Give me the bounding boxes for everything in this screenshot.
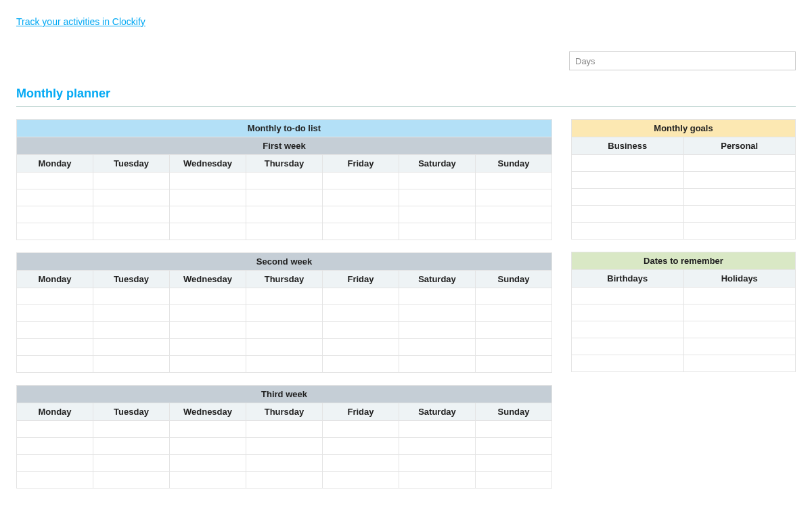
todo-cell[interactable] xyxy=(323,472,399,489)
todo-cell[interactable] xyxy=(170,305,246,322)
todo-cell[interactable] xyxy=(476,339,552,356)
todo-cell[interactable] xyxy=(246,455,323,472)
todo-cell[interactable] xyxy=(93,173,170,189)
todo-cell[interactable] xyxy=(399,438,476,455)
todo-cell[interactable] xyxy=(323,223,399,240)
todo-cell[interactable] xyxy=(399,305,476,322)
todo-cell[interactable] xyxy=(399,472,476,489)
todo-cell[interactable] xyxy=(170,339,246,356)
todo-cell[interactable] xyxy=(399,339,476,356)
todo-cell[interactable] xyxy=(17,223,93,240)
todo-cell[interactable] xyxy=(170,189,246,206)
todo-cell[interactable] xyxy=(399,288,476,305)
todo-cell[interactable] xyxy=(323,305,399,322)
todo-cell[interactable] xyxy=(399,455,476,472)
todo-cell[interactable] xyxy=(93,288,170,305)
goal-cell[interactable] xyxy=(683,206,796,223)
date-cell[interactable] xyxy=(683,304,796,321)
todo-cell[interactable] xyxy=(399,356,476,373)
todo-cell[interactable] xyxy=(246,472,323,489)
todo-cell[interactable] xyxy=(170,322,246,339)
todo-cell[interactable] xyxy=(170,472,246,489)
todo-cell[interactable] xyxy=(246,339,323,356)
todo-cell[interactable] xyxy=(17,455,93,472)
todo-cell[interactable] xyxy=(93,305,170,322)
todo-cell[interactable] xyxy=(399,322,476,339)
date-cell[interactable] xyxy=(572,304,684,321)
todo-cell[interactable] xyxy=(93,223,170,240)
date-cell[interactable] xyxy=(683,288,796,304)
goal-cell[interactable] xyxy=(683,189,796,206)
todo-cell[interactable] xyxy=(93,189,170,206)
todo-cell[interactable] xyxy=(323,206,399,223)
todo-cell[interactable] xyxy=(170,206,246,223)
todo-cell[interactable] xyxy=(17,339,93,356)
goal-cell[interactable] xyxy=(683,223,796,240)
todo-cell[interactable] xyxy=(170,288,246,305)
goal-cell[interactable] xyxy=(683,155,796,172)
todo-cell[interactable] xyxy=(399,173,476,189)
date-cell[interactable] xyxy=(572,321,684,338)
todo-cell[interactable] xyxy=(476,472,552,489)
todo-cell[interactable] xyxy=(399,421,476,438)
todo-cell[interactable] xyxy=(323,339,399,356)
todo-cell[interactable] xyxy=(246,356,323,373)
todo-cell[interactable] xyxy=(476,173,552,189)
todo-cell[interactable] xyxy=(93,472,170,489)
todo-cell[interactable] xyxy=(476,455,552,472)
todo-cell[interactable] xyxy=(17,305,93,322)
todo-cell[interactable] xyxy=(93,322,170,339)
date-cell[interactable] xyxy=(683,355,796,372)
todo-cell[interactable] xyxy=(170,455,246,472)
days-input[interactable] xyxy=(569,51,796,70)
todo-cell[interactable] xyxy=(246,173,323,189)
todo-cell[interactable] xyxy=(17,189,93,206)
todo-cell[interactable] xyxy=(323,288,399,305)
todo-cell[interactable] xyxy=(17,356,93,373)
goal-cell[interactable] xyxy=(683,172,796,189)
date-cell[interactable] xyxy=(572,288,684,304)
todo-cell[interactable] xyxy=(17,173,93,189)
date-cell[interactable] xyxy=(572,338,684,355)
date-cell[interactable] xyxy=(572,355,684,372)
todo-cell[interactable] xyxy=(323,173,399,189)
date-cell[interactable] xyxy=(683,321,796,338)
todo-cell[interactable] xyxy=(246,421,323,438)
todo-cell[interactable] xyxy=(246,223,323,240)
todo-cell[interactable] xyxy=(93,455,170,472)
goal-cell[interactable] xyxy=(572,155,684,172)
todo-cell[interactable] xyxy=(476,305,552,322)
todo-cell[interactable] xyxy=(93,421,170,438)
todo-cell[interactable] xyxy=(476,421,552,438)
todo-cell[interactable] xyxy=(17,472,93,489)
todo-cell[interactable] xyxy=(170,421,246,438)
todo-cell[interactable] xyxy=(93,356,170,373)
todo-cell[interactable] xyxy=(399,189,476,206)
goal-cell[interactable] xyxy=(572,206,684,223)
todo-cell[interactable] xyxy=(323,189,399,206)
todo-cell[interactable] xyxy=(170,223,246,240)
date-cell[interactable] xyxy=(683,338,796,355)
todo-cell[interactable] xyxy=(476,356,552,373)
todo-cell[interactable] xyxy=(323,455,399,472)
todo-cell[interactable] xyxy=(17,438,93,455)
todo-cell[interactable] xyxy=(17,322,93,339)
todo-cell[interactable] xyxy=(246,206,323,223)
todo-cell[interactable] xyxy=(17,421,93,438)
todo-cell[interactable] xyxy=(170,438,246,455)
goal-cell[interactable] xyxy=(572,223,684,240)
todo-cell[interactable] xyxy=(246,288,323,305)
todo-cell[interactable] xyxy=(476,223,552,240)
todo-cell[interactable] xyxy=(323,322,399,339)
todo-cell[interactable] xyxy=(476,322,552,339)
todo-cell[interactable] xyxy=(399,223,476,240)
goal-cell[interactable] xyxy=(572,189,684,206)
todo-cell[interactable] xyxy=(246,322,323,339)
todo-cell[interactable] xyxy=(170,356,246,373)
todo-cell[interactable] xyxy=(246,438,323,455)
todo-cell[interactable] xyxy=(476,189,552,206)
todo-cell[interactable] xyxy=(17,288,93,305)
todo-cell[interactable] xyxy=(93,206,170,223)
todo-cell[interactable] xyxy=(476,288,552,305)
todo-cell[interactable] xyxy=(93,339,170,356)
